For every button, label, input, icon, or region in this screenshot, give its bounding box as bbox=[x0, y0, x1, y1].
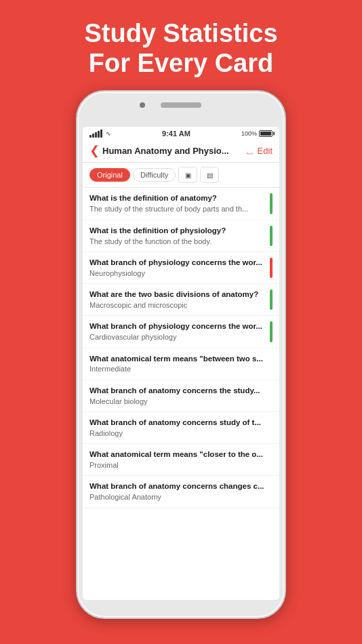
camera bbox=[140, 102, 145, 108]
speaker bbox=[161, 102, 201, 108]
filter-original[interactable]: Original bbox=[89, 168, 130, 182]
card-list[interactable]: What is the definition of anatomy?The st… bbox=[83, 188, 279, 600]
card-answer: Intermediate bbox=[89, 364, 266, 374]
signal-bar-1 bbox=[89, 135, 92, 138]
list-item[interactable]: What branch of anatomy concerns study of… bbox=[83, 412, 279, 444]
difficulty-indicator bbox=[270, 321, 273, 342]
card-icon: ▣ bbox=[185, 172, 191, 179]
signal-bar-4 bbox=[98, 131, 100, 138]
signal-bar-3 bbox=[95, 132, 97, 138]
difficulty-indicator bbox=[270, 193, 273, 214]
phone-top bbox=[77, 92, 285, 127]
filter-bar: Original Difficulty ▣ ▤ bbox=[83, 163, 279, 188]
battery-icon bbox=[259, 130, 273, 137]
signal-bar-2 bbox=[92, 134, 94, 138]
card-question: What branch of physiology concerns the w… bbox=[89, 258, 266, 268]
phone-shell: ∿ 9:41 AM 100% ❮ Human Anatomy and Physi… bbox=[76, 90, 286, 619]
signal-area: ∿ bbox=[89, 129, 111, 138]
difficulty-indicator bbox=[270, 386, 273, 406]
battery-area: 100% bbox=[241, 130, 273, 137]
wifi-icon: ∿ bbox=[106, 130, 111, 137]
battery-fill bbox=[260, 132, 271, 136]
edit-button[interactable]: Edit bbox=[258, 146, 273, 156]
card-answer: Molecular biology bbox=[89, 397, 266, 406]
battery-pct: 100% bbox=[241, 130, 257, 137]
difficulty-indicator bbox=[270, 481, 273, 502]
list-item[interactable]: What anatomical term means "closer to th… bbox=[83, 444, 279, 476]
difficulty-indicator bbox=[270, 449, 273, 470]
card-question: What branch of anatomy concerns the stud… bbox=[89, 386, 266, 396]
status-time: 9:41 AM bbox=[162, 129, 190, 138]
header-line2: For Every Card bbox=[89, 49, 273, 77]
filter-difficulty[interactable]: Difficulty bbox=[133, 168, 176, 182]
nav-title: Human Anatomy and Physio... bbox=[102, 146, 247, 156]
list-item[interactable]: What anatomical term means "between two … bbox=[83, 348, 279, 380]
card-question: What are the two basic divisions of anat… bbox=[89, 289, 266, 300]
list-item[interactable]: What is the definition of physiology?The… bbox=[83, 220, 279, 252]
list-item[interactable]: What branch of physiology concerns the w… bbox=[83, 316, 279, 348]
card-question: What is the definition of anatomy? bbox=[89, 193, 266, 203]
nav-bar: ❮ Human Anatomy and Physio... ⎵ Edit bbox=[83, 139, 279, 163]
list-item[interactable]: What branch of physiology concerns the w… bbox=[83, 252, 279, 284]
difficulty-indicator bbox=[270, 226, 273, 246]
card-question: What is the definition of physiology? bbox=[89, 226, 266, 236]
card-question: What branch of anatomy concerns study of… bbox=[89, 418, 266, 428]
signal-bars bbox=[89, 129, 102, 138]
card-view-button[interactable]: ▣ bbox=[178, 167, 197, 183]
list-item[interactable]: What branch of anatomy concerns changes … bbox=[83, 476, 279, 508]
card-answer: Pathological Anatomy bbox=[89, 492, 266, 502]
card-answer: Cardiovascular physiology bbox=[89, 332, 266, 342]
card-question: What anatomical term means "between two … bbox=[89, 354, 266, 364]
list-item[interactable]: What are the two basic divisions of anat… bbox=[83, 284, 279, 316]
card-answer: Proximal bbox=[89, 460, 266, 470]
difficulty-indicator bbox=[270, 289, 273, 310]
card-answer: The study of the function of the body. bbox=[89, 237, 266, 246]
card-answer: Radiology bbox=[89, 428, 266, 438]
header-text: Study Statistics For Every Card bbox=[84, 19, 277, 78]
difficulty-indicator bbox=[270, 258, 273, 278]
difficulty-indicator bbox=[270, 354, 273, 374]
status-bar: ∿ 9:41 AM 100% bbox=[83, 127, 279, 139]
stack-icon: ▤ bbox=[207, 172, 213, 179]
list-item[interactable]: What branch of anatomy concerns the stud… bbox=[83, 380, 279, 412]
card-answer: Macroscopic and microscopic bbox=[89, 300, 266, 310]
card-answer: The study of the structure of body parts… bbox=[89, 204, 266, 214]
share-button[interactable]: ⎵ bbox=[247, 145, 252, 156]
back-button[interactable]: ❮ bbox=[89, 143, 100, 158]
header-line1: Study Statistics bbox=[84, 19, 277, 47]
card-question: What branch of physiology concerns the w… bbox=[89, 321, 266, 331]
signal-bar-5 bbox=[100, 129, 102, 138]
card-answer: Neurophysiology bbox=[89, 268, 266, 278]
list-item[interactable]: What is the definition of anatomy?The st… bbox=[83, 188, 279, 220]
phone-screen: ∿ 9:41 AM 100% ❮ Human Anatomy and Physi… bbox=[83, 127, 279, 600]
stack-view-button[interactable]: ▤ bbox=[200, 167, 219, 183]
card-question: What anatomical term means "closer to th… bbox=[89, 449, 266, 460]
card-question: What branch of anatomy concerns changes … bbox=[89, 481, 266, 491]
difficulty-indicator bbox=[270, 418, 273, 438]
